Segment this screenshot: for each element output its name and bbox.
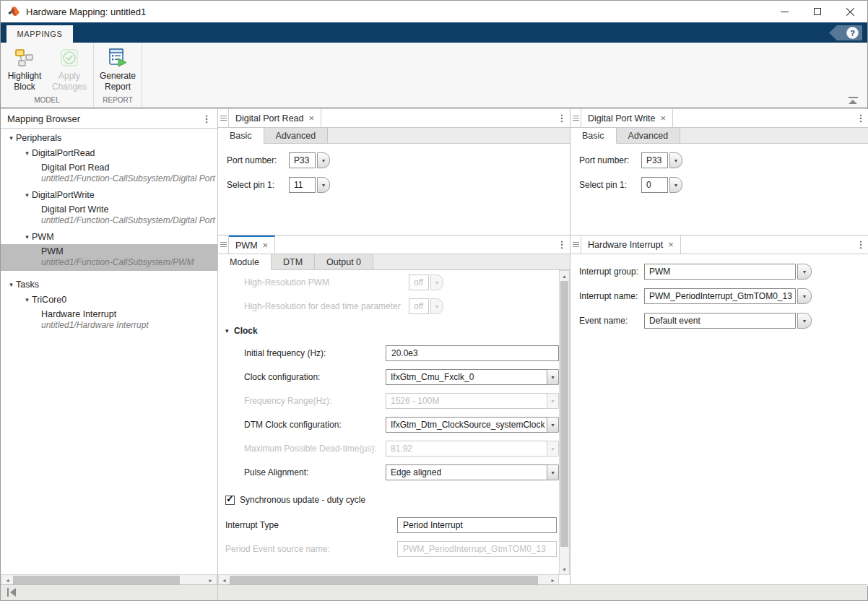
- scroll-left-icon[interactable]: ◂: [2, 577, 13, 584]
- scrollbar-thumb[interactable]: [230, 576, 538, 584]
- interrupt-name-combo[interactable]: PWM_PeriodInterrupt_GtmTOM0_13 ▾: [644, 288, 812, 304]
- section-expand-icon[interactable]: ▾: [225, 327, 234, 334]
- tree-leaf-hardware-interrupt[interactable]: Hardware Interrupt untitled1/Hardware In…: [1, 307, 217, 334]
- tab-list-icon[interactable]: [570, 109, 581, 127]
- tab-digital-port-read[interactable]: Digital Port Read ×: [229, 109, 321, 127]
- dtm-clock-config-combo[interactable]: IfxGtm_Dtm_ClockSource_systemClock ▾: [386, 417, 559, 433]
- select-pin-label: Select pin 1:: [227, 180, 289, 190]
- tree-leaf-pwm-selected[interactable]: PWM untitled1/Function-CallSubsystem/PWM: [1, 244, 217, 271]
- subtab-advanced[interactable]: Advanced: [264, 128, 329, 143]
- select-pin-combo[interactable]: 11 ▾: [289, 177, 330, 193]
- chevron-down-icon[interactable]: ▾: [669, 177, 682, 193]
- sync-update-checkbox[interactable]: ✓: [225, 496, 235, 505]
- tab-close-icon[interactable]: ×: [668, 240, 674, 249]
- tree-node-digitalportwrite[interactable]: ▾ DigitalPortWrite: [1, 187, 217, 202]
- leaf-path: untitled1/Hardware Interrupt: [41, 320, 217, 330]
- maximize-icon: [814, 8, 821, 15]
- tree-leaf-digital-port-read[interactable]: Digital Port Read untitled1/Function-Cal…: [1, 160, 217, 187]
- mapping-browser-menu-icon[interactable]: ⋮: [199, 113, 214, 124]
- port-number-combo[interactable]: P33 ▾: [289, 152, 330, 168]
- interrupt-type-input[interactable]: Period Interrupt: [397, 517, 557, 533]
- tree-label: Tasks: [16, 280, 39, 290]
- tab-close-icon[interactable]: ×: [309, 113, 315, 123]
- max-deadtime-label: Maximum Possible Dead-time(µs):: [244, 444, 386, 454]
- chevron-down-icon[interactable]: ▾: [547, 417, 559, 433]
- close-button[interactable]: [834, 1, 867, 22]
- tab-list-icon[interactable]: [570, 235, 581, 254]
- tree-node-tricore0[interactable]: ▾ TriCore0: [1, 292, 217, 307]
- subtab-output0[interactable]: Output 0: [315, 254, 373, 269]
- tab-list-icon[interactable]: [218, 109, 229, 127]
- ribbon-tab-row: MAPPINGS ?: [1, 22, 867, 43]
- initial-frequency-input[interactable]: 20.0e3: [386, 345, 559, 361]
- highlight-block-button[interactable]: Highlight Block: [2, 46, 47, 94]
- panel-menu-icon[interactable]: ⋮: [554, 109, 570, 127]
- expand-icon[interactable]: ▾: [22, 296, 32, 303]
- sync-update-row[interactable]: ✓ Synchronous update - duty cycle: [225, 492, 559, 508]
- scroll-right-icon[interactable]: ▸: [547, 577, 558, 584]
- scroll-right-icon[interactable]: ▸: [205, 577, 216, 584]
- maximize-button[interactable]: [801, 1, 834, 22]
- subtab-dtm[interactable]: DTM: [272, 254, 315, 269]
- port-number-label: Port number:: [579, 155, 641, 165]
- tree-node-tasks[interactable]: ▾ Tasks: [1, 277, 217, 292]
- pwm-vertical-scrollbar[interactable]: ▴ ▾: [559, 270, 570, 575]
- interrupt-group-combo[interactable]: PWM ▾: [644, 264, 812, 280]
- tab-close-icon[interactable]: ×: [263, 241, 269, 250]
- scroll-down-icon[interactable]: ▾: [563, 564, 565, 574]
- chevron-down-icon[interactable]: ▾: [797, 264, 812, 280]
- event-name-combo[interactable]: Default event ▾: [644, 313, 812, 329]
- select-pin-combo[interactable]: 0 ▾: [641, 177, 682, 193]
- scroll-up-icon[interactable]: ▴: [563, 271, 565, 281]
- tree-node-pwm[interactable]: ▾ PWM: [1, 229, 217, 244]
- tree-node-digitalportread[interactable]: ▾ DigitalPortRead: [1, 145, 217, 160]
- scrollbar-thumb[interactable]: [13, 576, 180, 584]
- tab-hardware-interrupt[interactable]: Hardware Interrupt ×: [581, 235, 681, 254]
- chevron-down-icon[interactable]: ▾: [317, 152, 330, 168]
- subtab-advanced[interactable]: Advanced: [617, 128, 681, 143]
- pulse-alignment-combo[interactable]: Edge aligned ▾: [386, 464, 559, 480]
- tab-label: PWM: [235, 241, 258, 251]
- hr-deadtime-combo: off ▾: [409, 298, 443, 314]
- tab-close-icon[interactable]: ×: [661, 113, 667, 123]
- panel-menu-icon[interactable]: ⋮: [853, 109, 868, 127]
- mapping-browser-header: Mapping Browser ⋮: [1, 109, 217, 129]
- window-title: Hardware Mapping: untitled1: [26, 7, 146, 17]
- group-report-label: REPORT: [95, 94, 140, 107]
- period-event-label: Period Event source name:: [225, 544, 397, 554]
- tab-list-icon[interactable]: [218, 235, 229, 254]
- tab-digital-port-write[interactable]: Digital Port Write ×: [581, 109, 673, 127]
- subtab-basic[interactable]: Basic: [570, 128, 617, 144]
- help-button[interactable]: ?: [829, 25, 862, 40]
- subtab-basic[interactable]: Basic: [218, 128, 264, 144]
- expand-icon[interactable]: ▾: [22, 233, 32, 241]
- subtab-module[interactable]: Module: [218, 254, 272, 270]
- chevron-down-icon[interactable]: ▾: [797, 288, 812, 304]
- tab-mappings[interactable]: MAPPINGS: [6, 25, 74, 43]
- chevron-down-icon[interactable]: ▾: [669, 152, 682, 168]
- collapse-ribbon-button[interactable]: [847, 97, 859, 104]
- minimize-button[interactable]: [768, 1, 801, 22]
- tree-node-peripherals[interactable]: ▾ Peripherals: [1, 130, 217, 145]
- clock-config-combo[interactable]: IfxGtm_Cmu_Fxclk_0 ▾: [386, 369, 559, 385]
- scrollbar-thumb[interactable]: [560, 281, 568, 547]
- expand-icon[interactable]: ▾: [22, 150, 32, 157]
- chevron-down-icon[interactable]: ▾: [317, 177, 330, 193]
- expand-icon[interactable]: ▾: [6, 134, 16, 142]
- generate-report-label: Generate Report: [100, 71, 136, 92]
- chevron-down-icon[interactable]: ▾: [547, 369, 559, 385]
- chevron-down-icon[interactable]: ▾: [797, 313, 812, 329]
- panel-menu-icon[interactable]: ⋮: [853, 235, 868, 254]
- scroll-left-icon[interactable]: ◂: [219, 577, 230, 584]
- panel-menu-icon[interactable]: ⋮: [554, 235, 570, 254]
- close-icon: [846, 7, 855, 16]
- expand-icon[interactable]: ▾: [6, 281, 16, 288]
- clock-section-header[interactable]: ▾ Clock: [225, 324, 559, 338]
- tab-pwm[interactable]: PWM ×: [229, 235, 275, 254]
- expand-icon[interactable]: ▾: [22, 191, 32, 199]
- collapse-browser-button[interactable]: [7, 588, 16, 597]
- tree-leaf-digital-port-write[interactable]: Digital Port Write untitled1/Function-Ca…: [1, 202, 217, 229]
- port-number-combo[interactable]: P33 ▾: [641, 152, 682, 168]
- chevron-down-icon[interactable]: ▾: [547, 464, 559, 480]
- generate-report-button[interactable]: Generate Report: [95, 46, 140, 94]
